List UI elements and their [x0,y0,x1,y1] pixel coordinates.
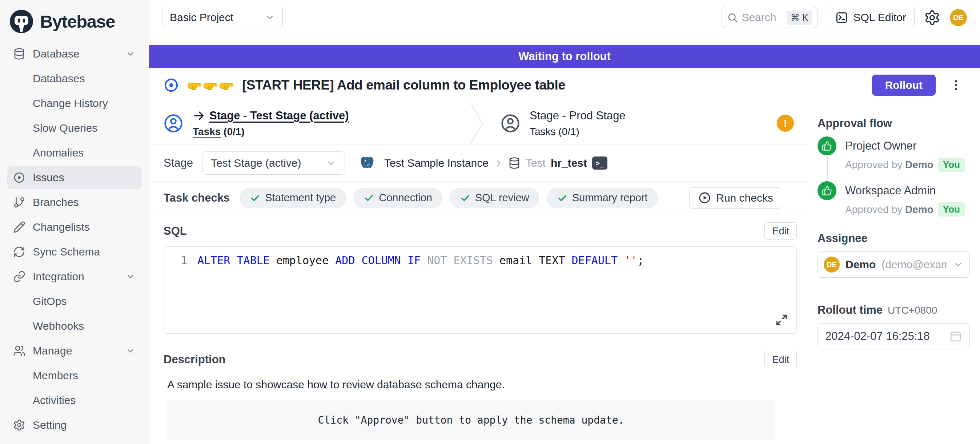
stage-label: Stage [164,157,193,169]
sidebar-item-activities[interactable]: Activities [7,389,142,412]
brand-name: Bytebase [40,11,115,32]
sidebar-item-webhooks[interactable]: Webhooks [7,315,142,338]
rollout-time-heading: Rollout time [818,303,883,316]
bytebase-app: Bytebase DatabaseDatabasesChange History… [0,0,980,444]
task-check-pill[interactable]: SQL review [450,188,539,208]
sql-editor-button[interactable]: SQL Editor [827,7,915,28]
topbar-actions: ⌘ K SQL Editor DE [722,7,967,28]
stage-tasks-link[interactable]: Tasks [530,126,556,137]
sidebar-item-slow-queries[interactable]: Slow Queries [7,117,142,140]
sidebar: Bytebase DatabaseDatabasesChange History… [0,0,149,444]
sql-heading: SQL [164,225,187,238]
sidebar-item-issues[interactable]: Issues [7,166,142,189]
sql-section: SQL Edit 1 ALTER TABLE employee ADD COLU… [149,214,807,334]
more-actions-kebab-icon[interactable] [950,78,963,92]
database-name[interactable]: hr_test [551,157,587,169]
sidebar-item-label: Manage [33,345,72,357]
sidebar-item-label: Change History [33,97,108,110]
sidebar-item-change-history[interactable]: Change History [7,92,142,115]
open-sql-console-icon[interactable]: >_ [592,157,608,169]
instance-name[interactable]: Test Sample Instance [384,157,488,169]
sidebar-item-sync-schema[interactable]: Sync Schema [7,240,142,264]
sidebar-nav: DatabaseDatabasesChange HistorySlow Quer… [7,42,142,437]
calendar-icon[interactable] [949,330,962,343]
database-breadcrumb: Test Sample Instance Test hr_test >_ [384,157,608,169]
stage-tasks-link[interactable]: Tasks [192,126,221,137]
sql-editor[interactable]: 1 ALTER TABLE employee ADD COLUMN IF NOT… [164,246,797,334]
project-selector-value: Basic Project [170,11,233,24]
circle-dot-icon [13,171,25,184]
arrow-right-icon [192,110,205,122]
stage-strip: Stage - Test Stage (active) Tasks (0/1) [149,102,807,144]
branch-icon [13,196,25,209]
banner-text: Waiting to rollout [519,50,611,63]
rollout-button[interactable]: Rollout [872,75,935,96]
description-text: A sample issue to showcase how to review… [164,379,797,391]
approved-by-text: Approved by Demo [845,159,934,171]
description-heading: Description [164,353,226,366]
sync-icon [13,246,25,258]
approver-name: Demo [905,159,934,170]
task-check-label: Summary report [572,192,648,204]
link-icon [13,270,25,283]
pointing-right-emoji-icon [219,78,234,93]
approval-steps: Project Owner Approved by Demo You [818,136,970,226]
user-circle-icon [501,113,520,133]
sidebar-item-integration[interactable]: Integration [7,265,142,288]
bytebase-logo[interactable]: Bytebase [7,5,142,42]
sidebar-item-anomalies[interactable]: Anomalies [7,141,142,165]
task-check-label: Statement type [265,192,336,204]
edit-sql-button[interactable]: Edit [764,222,797,240]
stage-name[interactable]: Stage - Prod Stage [530,109,625,122]
play-circle-icon [698,192,711,204]
task-check-pill[interactable]: Statement type [240,188,346,208]
sidebar-item-branches[interactable]: Branches [7,191,142,214]
sidebar-item-databases[interactable]: Databases [7,67,142,90]
user-avatar[interactable]: DE [950,9,967,26]
rollout-time-input[interactable] [825,330,945,343]
rollout-status-banner: Waiting to rollout [149,45,980,68]
task-check-pill[interactable]: Connection [354,188,442,208]
issue-title: [START HERE] Add email column to Employe… [242,78,565,93]
stage-card-prod[interactable]: Stage - Prod Stage Tasks (0/1) ! [486,102,807,144]
stage-name[interactable]: Stage - Test Stage (active) [209,109,349,122]
sidebar-item-setting[interactable]: Setting [7,414,142,437]
approval-role: Workspace Admin [845,184,965,197]
task-check-pill[interactable]: Summary report [547,188,657,208]
gear-icon [13,419,25,431]
search-box[interactable]: ⌘ K [722,7,818,28]
sidebar-item-label: Branches [33,196,79,209]
sidebar-item-members[interactable]: Members [7,364,142,387]
sidebar-item-label: Anomalies [33,147,84,159]
stage-select-value: Test Stage (active) [211,157,301,169]
assignee-select[interactable]: DE Demo (demo@example [818,251,970,278]
description-code-block: Click "Approve" button to apply the sche… [167,400,775,440]
sidebar-item-changelists[interactable]: Changelists [7,216,142,239]
sidebar-item-manage[interactable]: Manage [7,339,142,363]
run-checks-button[interactable]: Run checks [689,187,782,209]
postgresql-icon [360,155,375,171]
issue-sidebar: Approval flow Project Owner Appro [807,102,980,444]
sql-code: ALTER TABLE employee ADD COLUMN IF NOT E… [197,254,644,267]
stage-select[interactable]: Test Stage (active) [202,152,345,175]
sidebar-item-database[interactable]: Database [7,42,142,65]
approval-flow-heading: Approval flow [818,117,970,130]
edit-description-button[interactable]: Edit [764,351,797,368]
search-input[interactable] [741,11,781,24]
you-badge: You [938,202,965,217]
check-icon [250,193,261,203]
task-check-label: Connection [379,192,432,204]
settings-gear-icon[interactable] [924,10,940,26]
stage-card-test[interactable]: Stage - Test Stage (active) Tasks (0/1) [149,102,470,144]
step-connector [827,157,828,180]
assignee-avatar: DE [824,257,840,273]
project-selector[interactable]: Basic Project [162,7,283,28]
you-badge: You [938,158,965,172]
breadcrumb-chevron-icon [494,158,503,168]
rollout-time-field [818,323,970,350]
environment-label: Test [526,157,546,169]
sidebar-item-label: Members [33,369,78,382]
user-circle-icon [164,113,183,133]
sidebar-item-gitops[interactable]: GitOps [7,290,142,313]
expand-editor-icon[interactable] [775,314,788,326]
